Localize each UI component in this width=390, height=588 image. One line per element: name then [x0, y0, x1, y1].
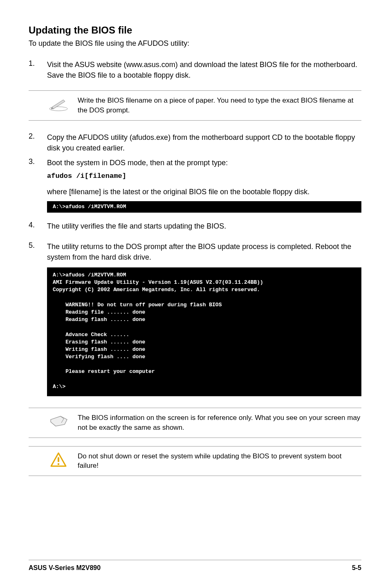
step-text: The utility verifies the file and starts… [47, 221, 361, 231]
step-number: 3. [29, 157, 47, 168]
step-number: 2. [29, 132, 47, 153]
step-text: The utility returns to the DOS prompt af… [47, 241, 361, 263]
intro-text: To update the BIOS file using the AFUDOS… [29, 39, 361, 48]
step-4: 4. The utility verifies the file and sta… [29, 221, 361, 231]
step-text: Copy the AFUDOS utility (afudos.exe) fro… [47, 132, 361, 153]
warning-text: Do not shut down or reset the system whi… [78, 451, 361, 471]
terminal-output-small: A:\>afudos /iM2VTVM.ROM [47, 201, 361, 213]
step-text: Visit the ASUS website (www.asus.com) an… [47, 59, 361, 81]
pencil-icon [47, 96, 69, 112]
note-text-2: The BIOS information on the screen is fo… [78, 413, 361, 433]
terminal-output-large: A:\>afudos /iM2VTVM.ROM AMI Firmware Upd… [47, 267, 361, 396]
footer-page-number: 5-5 [352, 564, 361, 572]
step-5: 5. The utility returns to the DOS prompt… [29, 241, 361, 263]
footer-product-name: ASUS V-Series M2V890 [29, 564, 101, 572]
hand-pointer-icon [47, 413, 69, 429]
step-1: 1. Visit the ASUS website (www.asus.com)… [29, 59, 361, 81]
step-3: 3. Boot the system in DOS mode, then at … [29, 157, 361, 168]
page-footer: ASUS V-Series M2V890 5-5 [29, 560, 361, 572]
section-heading: Updating the BIOS file [29, 25, 361, 36]
svg-marker-1 [52, 100, 65, 109]
note-box-1: Write the BIOS filename on a piece of pa… [29, 90, 361, 121]
step-number: 1. [29, 59, 47, 81]
svg-point-4 [57, 463, 59, 465]
step-number: 4. [29, 221, 47, 231]
warning-triangle-icon [47, 451, 69, 468]
svg-rect-3 [58, 457, 59, 462]
step-number: 5. [29, 241, 47, 263]
step-text: Boot the system in DOS mode, then at the… [47, 157, 361, 168]
command-description: where [filename] is the latest or the or… [47, 186, 361, 197]
warning-box: Do not shut down or reset the system whi… [29, 446, 361, 476]
note-box-2: The BIOS information on the screen is fo… [29, 408, 361, 438]
note-text-1: Write the BIOS filename on a piece of pa… [78, 96, 361, 115]
command-code: afudos /i[filename] [47, 172, 361, 180]
step-2: 2. Copy the AFUDOS utility (afudos.exe) … [29, 132, 361, 153]
